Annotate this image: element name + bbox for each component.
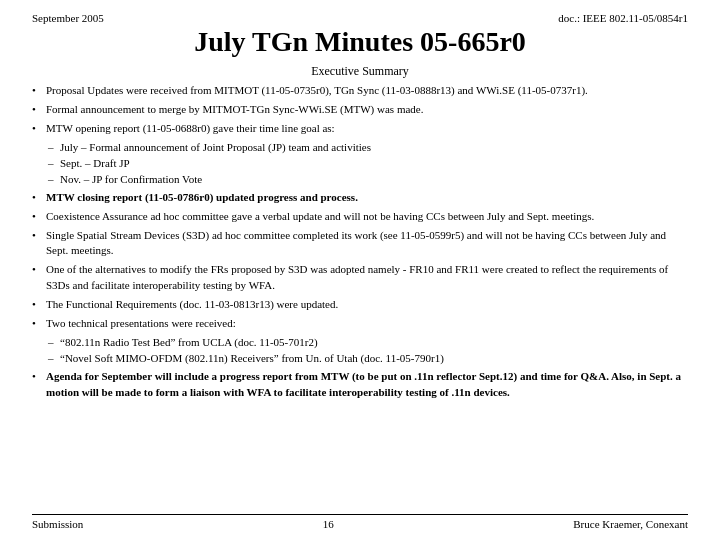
- bullet-icon: •: [32, 228, 46, 244]
- footer-right: Bruce Kraemer, Conexant: [573, 518, 688, 530]
- sub-item: –“802.11n Radio Test Bed” from UCLA (doc…: [48, 335, 688, 351]
- header-left: September 2005: [32, 12, 104, 24]
- bullet-icon: •: [32, 297, 46, 313]
- footer-left: Submission: [32, 518, 83, 530]
- bullet-text: Single Spatial Stream Devices (S3D) ad h…: [46, 228, 688, 260]
- page: September 2005 doc.: IEEE 802.11-05/0854…: [0, 0, 720, 540]
- bullet-text: One of the alternatives to modify the FR…: [46, 262, 688, 294]
- bullet-icon: •: [32, 316, 46, 332]
- sub-item-text: “802.11n Radio Test Bed” from UCLA (doc.…: [60, 335, 318, 351]
- title-section: July TGn Minutes 05-665r0: [32, 26, 688, 58]
- exec-summary: Executive Summary: [32, 64, 688, 79]
- bullet-icon: •: [32, 102, 46, 118]
- bullet-text: Formal announcement to merge by MITMOT-T…: [46, 102, 688, 118]
- bullet-text: Coexistence Assurance ad hoc committee g…: [46, 209, 688, 225]
- list-item: •The Functional Requirements (doc. 11-03…: [32, 297, 688, 313]
- list-item: •Agenda for September will include a pro…: [32, 369, 688, 401]
- dash-icon: –: [48, 335, 60, 351]
- sub-item-text: July – Formal announcement of Joint Prop…: [60, 140, 371, 156]
- bullet-icon: •: [32, 190, 46, 206]
- sub-list: –July – Formal announcement of Joint Pro…: [48, 140, 688, 188]
- dash-icon: –: [48, 156, 60, 172]
- dash-icon: –: [48, 351, 60, 367]
- bullet-text: The Functional Requirements (doc. 11-03-…: [46, 297, 688, 313]
- header: September 2005 doc.: IEEE 802.11-05/0854…: [32, 12, 688, 24]
- sub-list: –“802.11n Radio Test Bed” from UCLA (doc…: [48, 335, 688, 367]
- bullet-icon: •: [32, 262, 46, 278]
- sub-item: –“Novel Soft MIMO-OFDM (802.11n) Receive…: [48, 351, 688, 367]
- sub-item-text: Nov. – JP for Confirmation Vote: [60, 172, 202, 188]
- sub-item: –Sept. – Draft JP: [48, 156, 688, 172]
- sub-item: –Nov. – JP for Confirmation Vote: [48, 172, 688, 188]
- sub-item-text: Sept. – Draft JP: [60, 156, 130, 172]
- footer: Submission 16 Bruce Kraemer, Conexant: [32, 514, 688, 530]
- footer-center: 16: [83, 518, 573, 530]
- list-item: •Formal announcement to merge by MITMOT-…: [32, 102, 688, 118]
- dash-icon: –: [48, 140, 60, 156]
- bullet-icon: •: [32, 121, 46, 137]
- list-item: •MTW closing report (11-05-0786r0) updat…: [32, 190, 688, 206]
- list-item: •Proposal Updates were received from MIT…: [32, 83, 688, 99]
- content: •Proposal Updates were received from MIT…: [32, 83, 688, 510]
- list-item: •One of the alternatives to modify the F…: [32, 262, 688, 294]
- bullet-text: Two technical presentations were receive…: [46, 316, 688, 332]
- dash-icon: –: [48, 172, 60, 188]
- bullet-text: Proposal Updates were received from MITM…: [46, 83, 688, 99]
- list-item: •Two technical presentations were receiv…: [32, 316, 688, 332]
- list-item: •MTW opening report (11-05-0688r0) gave …: [32, 121, 688, 137]
- header-right: doc.: IEEE 802.11-05/0854r1: [558, 12, 688, 24]
- list-item: •Single Spatial Stream Devices (S3D) ad …: [32, 228, 688, 260]
- bullet-icon: •: [32, 209, 46, 225]
- main-title: July TGn Minutes 05-665r0: [32, 26, 688, 58]
- sub-item-text: “Novel Soft MIMO-OFDM (802.11n) Receiver…: [60, 351, 444, 367]
- bullet-text: MTW closing report (11-05-0786r0) update…: [46, 190, 688, 206]
- list-item: •Coexistence Assurance ad hoc committee …: [32, 209, 688, 225]
- bullet-text: MTW opening report (11-05-0688r0) gave t…: [46, 121, 688, 137]
- bullet-icon: •: [32, 83, 46, 99]
- sub-item: –July – Formal announcement of Joint Pro…: [48, 140, 688, 156]
- bullet-text: Agenda for September will include a prog…: [46, 369, 688, 401]
- bullet-icon: •: [32, 369, 46, 385]
